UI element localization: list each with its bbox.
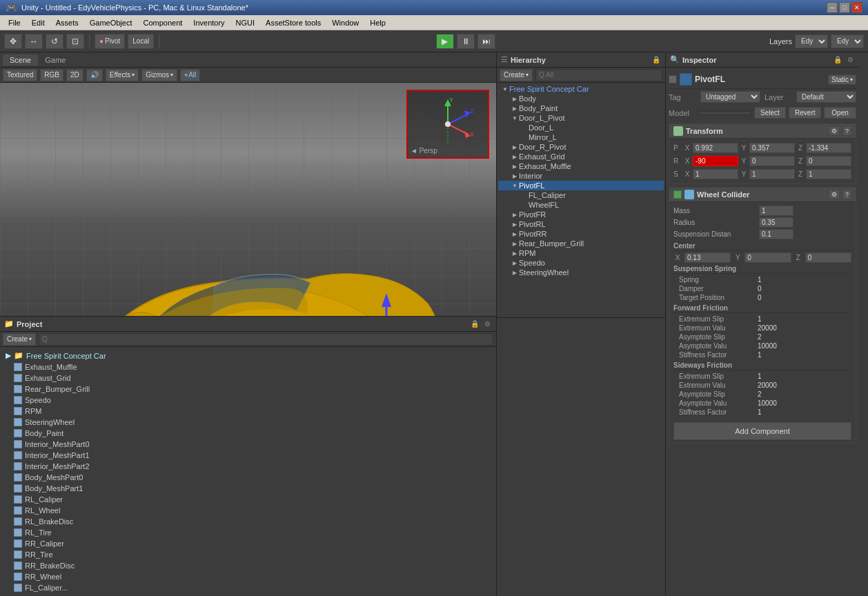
transform-settings[interactable]: ⚙ <box>829 126 840 136</box>
menu-item-gameobject[interactable]: GameObject <box>84 17 138 28</box>
center-x-input[interactable] <box>684 252 731 263</box>
audio-btn[interactable]: 🔊 <box>86 69 103 81</box>
hierarchy-item[interactable]: ▶Door_R_Pivot <box>498 142 664 152</box>
project-lock-icon[interactable]: 🔒 <box>470 319 480 329</box>
hierarchy-item[interactable]: ▶Exhaust_Grid <box>498 152 664 161</box>
wheel-collider-header[interactable]: Wheel Collider ⚙ ? <box>669 188 856 202</box>
hierarchy-lock-icon[interactable]: 🔒 <box>651 55 661 65</box>
suspension-dist-input[interactable] <box>759 229 793 239</box>
object-active-checkbox[interactable] <box>669 75 677 83</box>
project-item[interactable]: RR_Wheel <box>3 571 493 582</box>
tab-scene[interactable]: Scene <box>3 54 38 66</box>
project-folder[interactable]: ▶ 📁 Free Spirit Concept Car <box>3 350 493 361</box>
hierarchy-item[interactable]: ▶PivotRL <box>498 219 664 229</box>
hierarchy-item[interactable]: Mirror_L <box>498 132 664 142</box>
project-create-btn[interactable]: Create <box>3 333 36 346</box>
close-button[interactable]: ✕ <box>851 2 862 13</box>
project-item[interactable]: RR_Caliper <box>3 538 493 549</box>
position-y-input[interactable] <box>749 143 795 153</box>
model-open-btn[interactable]: Open <box>824 107 856 119</box>
menu-item-ngui[interactable]: NGUI <box>230 17 261 28</box>
radius-input[interactable] <box>759 217 793 228</box>
project-item[interactable]: Body_MeshPart0 <box>3 472 493 483</box>
hierarchy-item[interactable]: ▶Body_Paint <box>498 103 664 113</box>
hierarchy-item[interactable]: FL_Caliper <box>498 190 664 200</box>
project-item[interactable]: Rear_Bumper_Grill <box>3 384 493 395</box>
maximize-button[interactable]: □ <box>839 2 850 13</box>
hierarchy-item[interactable]: ▶PivotFR <box>498 210 664 219</box>
hierarchy-item[interactable]: ▶RPM <box>498 248 664 258</box>
project-item[interactable]: RR_Tire <box>3 549 493 560</box>
model-input[interactable] <box>699 111 751 115</box>
project-item[interactable]: RR_BrakeDisc <box>3 560 493 571</box>
wheel-collider-enabled[interactable] <box>673 190 682 199</box>
add-component-button[interactable]: Add Component <box>673 422 851 440</box>
play-button[interactable]: ▶ <box>436 34 454 49</box>
model-select-btn[interactable]: Select <box>754 107 787 119</box>
project-item[interactable]: RL_Wheel <box>3 505 493 516</box>
hierarchy-item[interactable]: ▶SteeringWheel <box>498 268 664 277</box>
wheel-collider-settings[interactable]: ⚙ <box>829 190 840 199</box>
scale-z-input[interactable] <box>806 169 851 179</box>
gizmos-dropdown[interactable]: Gizmos <box>141 69 177 81</box>
project-item[interactable]: FL_Caliper... <box>3 582 493 593</box>
position-x-input[interactable] <box>693 143 738 153</box>
hierarchy-item[interactable]: ▼Door_L_Pivot <box>498 113 664 123</box>
menu-item-edit[interactable]: Edit <box>26 17 50 28</box>
static-dropdown[interactable]: Static <box>828 74 856 85</box>
rotation-y-input[interactable] <box>749 156 795 166</box>
layout-dropdown[interactable]: Edy <box>831 34 864 48</box>
move-tool[interactable]: ↔ <box>25 34 43 49</box>
position-z-input[interactable] <box>806 143 851 153</box>
wheel-collider-collapse[interactable]: ? <box>842 190 851 199</box>
pivot-toggle[interactable]: ● Pivot <box>95 34 125 49</box>
project-item[interactable]: SteeringWheel <box>3 417 493 428</box>
inspector-lock-icon[interactable]: 🔒 <box>833 55 842 65</box>
local-toggle[interactable]: Local <box>128 34 154 49</box>
rotation-x-input[interactable] <box>693 156 738 166</box>
effects-dropdown[interactable]: Effects <box>106 69 139 81</box>
center-z-input[interactable] <box>805 252 851 263</box>
view-2d-btn[interactable]: 2D <box>66 69 83 81</box>
hierarchy-item[interactable]: ▶Interior <box>498 171 664 181</box>
menu-item-help[interactable]: Help <box>364 17 391 28</box>
mass-input[interactable] <box>759 206 793 216</box>
menu-item-window[interactable]: Window <box>326 17 364 28</box>
project-item[interactable]: RL_BrakeDisc <box>3 516 493 527</box>
all-btn[interactable]: ⌖ All <box>180 69 200 81</box>
pause-button[interactable]: ⏸ <box>457 34 475 49</box>
project-gear-icon[interactable]: ⚙ <box>482 319 492 329</box>
hierarchy-item[interactable]: ▶Body <box>498 94 664 103</box>
rgb-btn[interactable]: RGB <box>40 69 63 81</box>
3d-viewport[interactable]: Y Z X <box>0 83 496 316</box>
project-item[interactable]: Speedo <box>3 395 493 406</box>
hierarchy-item[interactable]: ▶Speedo <box>498 258 664 268</box>
menu-item-assetstore-tools[interactable]: AssetStore tools <box>260 17 326 28</box>
textured-btn[interactable]: Textured <box>3 69 37 81</box>
model-revert-btn[interactable]: Revert <box>789 107 821 119</box>
project-item[interactable]: Interior_MeshPart1 <box>3 450 493 461</box>
rotation-z-input[interactable] <box>806 156 851 166</box>
project-item[interactable]: Interior_MeshPart0 <box>3 439 493 450</box>
menu-item-file[interactable]: File <box>3 17 26 28</box>
step-button[interactable]: ⏭ <box>477 34 495 49</box>
scale-y-input[interactable] <box>749 169 795 179</box>
hierarchy-item[interactable]: ▶PivotRR <box>498 229 664 239</box>
menu-item-component[interactable]: Component <box>137 17 188 28</box>
menu-item-assets[interactable]: Assets <box>50 17 84 28</box>
layers-dropdown[interactable]: Edy <box>795 34 828 48</box>
project-item[interactable]: Interior_MeshPart2 <box>3 461 493 472</box>
scale-x-input[interactable] <box>693 169 738 179</box>
project-item[interactable]: Body_MeshPart1 <box>3 483 493 494</box>
hand-tool[interactable]: ✥ <box>4 34 22 49</box>
project-item[interactable]: Exhaust_Muffle <box>3 361 493 372</box>
hierarchy-item[interactable]: Door_L <box>498 123 664 132</box>
scale-tool[interactable]: ⊡ <box>66 34 84 49</box>
project-search-input[interactable] <box>39 333 493 346</box>
menu-item-inventory[interactable]: Inventory <box>188 17 230 28</box>
rotate-tool[interactable]: ↺ <box>46 34 63 49</box>
hierarchy-create-btn[interactable]: Create <box>500 69 533 81</box>
tab-game[interactable]: Game <box>38 54 72 66</box>
minimize-button[interactable]: ─ <box>827 2 838 13</box>
inspector-gear-icon[interactable]: ⚙ <box>845 55 855 65</box>
